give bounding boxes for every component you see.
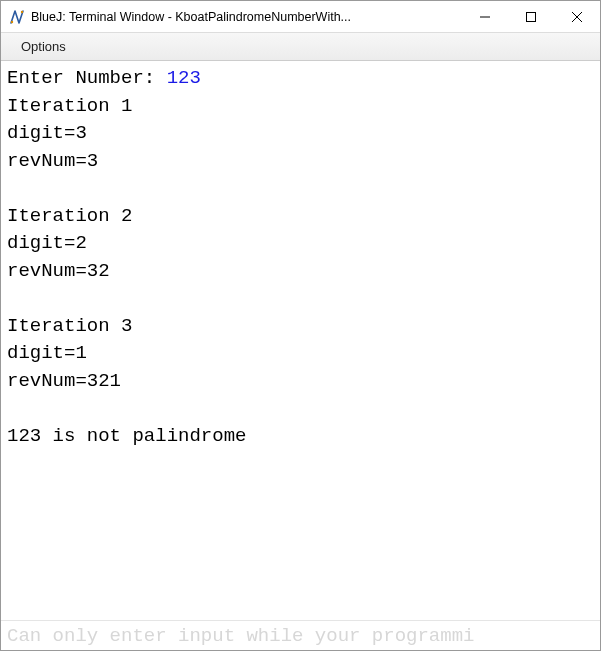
svg-rect-3 (527, 12, 536, 21)
bluej-icon (9, 9, 25, 25)
status-bar: Can only enter input while your programm… (1, 620, 600, 650)
status-text: Can only enter input while your programm… (7, 625, 474, 647)
titlebar: BlueJ: Terminal Window - KboatPalindrome… (1, 1, 600, 33)
terminal-prompt: Enter Number: (7, 67, 167, 89)
svg-point-1 (21, 10, 23, 12)
terminal-output[interactable]: Enter Number: 123 Iteration 1 digit=3 re… (1, 61, 600, 620)
maximize-button[interactable] (508, 1, 554, 32)
terminal-lines: Iteration 1 digit=3 revNum=3 Iteration 2… (7, 95, 246, 448)
window-controls (462, 1, 600, 32)
menubar: Options (1, 33, 600, 61)
svg-point-0 (11, 20, 13, 22)
window-title: BlueJ: Terminal Window - KboatPalindrome… (31, 10, 462, 24)
terminal-user-input: 123 (167, 67, 201, 89)
menu-options[interactable]: Options (15, 37, 72, 56)
close-button[interactable] (554, 1, 600, 32)
minimize-button[interactable] (462, 1, 508, 32)
